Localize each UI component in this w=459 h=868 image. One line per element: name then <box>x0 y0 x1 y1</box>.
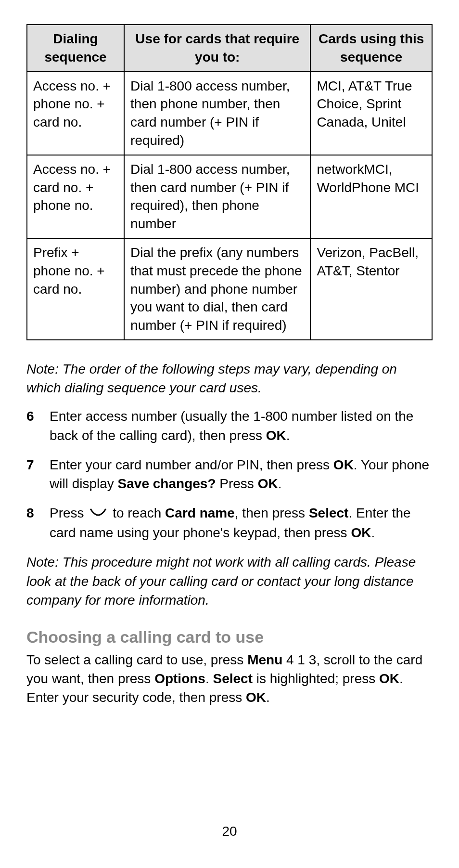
choosing-card-paragraph: To select a calling card to use, press M… <box>26 650 433 707</box>
note-procedure: Note: This procedure might not work with… <box>26 553 433 609</box>
cell-use: Dial the prefix (any numbers that must p… <box>124 238 310 340</box>
step-number: 6 <box>26 407 34 426</box>
step-text: . <box>278 476 282 491</box>
step-text: Press <box>216 476 257 491</box>
cell-use: Dial 1-800 access number, then phone num… <box>124 72 310 155</box>
col-header-sequence: Dialing sequence <box>27 25 124 72</box>
step-text: , then press <box>235 505 309 520</box>
cell-cards: networkMCI, WorldPhone MCI <box>310 155 432 238</box>
step-8: 8 Press to reach Card name, then press S… <box>26 504 433 542</box>
table-row: Prefix + phone no. + card no. Dial the p… <box>27 238 432 340</box>
key-options: Options <box>154 671 205 686</box>
page-content: Dialing sequence Use for cards that requ… <box>26 24 433 707</box>
cell-cards: Verizon, PacBell, AT&T, Stentor <box>310 238 432 340</box>
cell-cards: MCI, AT&T True Choice, Sprint Canada, Un… <box>310 72 432 155</box>
label-card-name: Card name <box>165 505 235 520</box>
scroll-down-icon <box>89 505 107 523</box>
para-text: To select a calling card to use, press <box>26 652 247 667</box>
col-header-cards: Cards using this sequence <box>310 25 432 72</box>
cell-sequence: Prefix + phone no. + card no. <box>27 238 124 340</box>
prompt-save-changes: Save changes? <box>118 476 216 491</box>
cell-sequence: Access no. + card no. + phone no. <box>27 155 124 238</box>
para-text: . <box>205 671 213 686</box>
step-number: 8 <box>26 504 34 522</box>
dialing-sequence-table: Dialing sequence Use for cards that requ… <box>26 24 433 340</box>
step-text: Enter your card number and/or PIN, then … <box>50 457 333 472</box>
key-ok: OK <box>246 690 266 705</box>
step-text: Press <box>50 505 88 520</box>
step-text: to reach <box>109 505 165 520</box>
table-row: Access no. + phone no. + card no. Dial 1… <box>27 72 432 155</box>
key-ok: OK <box>266 428 286 443</box>
page-number: 20 <box>0 824 459 839</box>
note-order: Note: The order of the following steps m… <box>26 360 433 397</box>
key-ok: OK <box>333 457 354 472</box>
key-menu: Menu <box>247 652 282 667</box>
key-ok: OK <box>379 671 399 686</box>
step-6: 6 Enter access number (usually the 1-800… <box>26 407 433 444</box>
step-7: 7 Enter your card number and/or PIN, the… <box>26 455 433 493</box>
cell-sequence: Access no. + phone no. + card no. <box>27 72 124 155</box>
key-select: Select <box>309 505 349 520</box>
steps-list: 6 Enter access number (usually the 1-800… <box>26 407 433 542</box>
key-ok: OK <box>258 476 278 491</box>
step-number: 7 <box>26 455 34 474</box>
para-text: . <box>266 690 270 705</box>
step-text: Enter access number (usually the 1-800 n… <box>50 409 413 442</box>
key-select: Select <box>213 671 253 686</box>
key-ok: OK <box>351 525 371 540</box>
step-text: . <box>286 428 290 443</box>
para-text: is highlighted; press <box>253 671 379 686</box>
table-row: Access no. + card no. + phone no. Dial 1… <box>27 155 432 238</box>
col-header-use: Use for cards that require you to: <box>124 25 310 72</box>
section-heading: Choosing a calling card to use <box>26 628 433 647</box>
cell-use: Dial 1-800 access number, then card numb… <box>124 155 310 238</box>
step-text: . <box>371 525 375 540</box>
